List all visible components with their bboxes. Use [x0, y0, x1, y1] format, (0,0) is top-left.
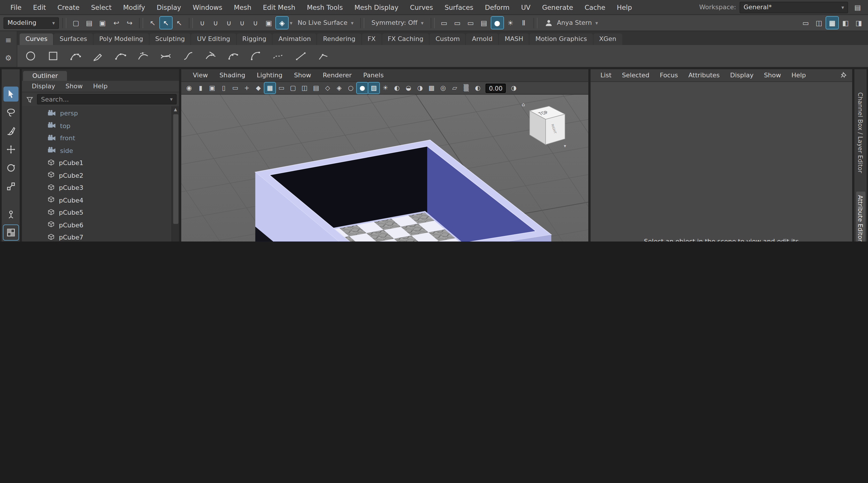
bookmark-icon[interactable]: ▯: [218, 83, 229, 94]
menu-item[interactable]: Edit Mesh: [257, 3, 301, 11]
separator[interactable]: [361, 18, 365, 28]
ao-icon[interactable]: ◒: [403, 83, 414, 94]
attribute-editor-menu-item[interactable]: Focus: [655, 71, 683, 79]
outliner-item-pCube7[interactable]: pCube7: [22, 231, 172, 242]
shaded-icon[interactable]: ●: [357, 83, 368, 94]
menu-item[interactable]: Curves: [404, 3, 439, 11]
render-view-icon[interactable]: ▭: [438, 17, 450, 29]
snap-projected-center-icon[interactable]: ∪: [236, 17, 248, 29]
outliner-item-pCube4[interactable]: pCube4: [22, 194, 172, 206]
gate-mask-icon[interactable]: ◫: [299, 83, 310, 94]
separator[interactable]: [62, 18, 66, 28]
render-frame-icon[interactable]: ▭: [451, 17, 463, 29]
textured-icon[interactable]: ▨: [368, 83, 379, 94]
dotted-curve-tool-icon[interactable]: [271, 49, 286, 63]
straight-line-tool-icon[interactable]: [293, 49, 308, 63]
shelf-tab[interactable]: Custom: [430, 33, 466, 45]
outliner-item-pCube1[interactable]: pCube1: [22, 157, 172, 169]
multisample-icon[interactable]: ▩: [426, 83, 437, 94]
viewcube-menu-chevron-icon[interactable]: ▾: [564, 143, 566, 149]
pin-icon[interactable]: [840, 71, 847, 80]
open-scene-icon[interactable]: ▤: [83, 17, 95, 29]
scale-tool-button[interactable]: [3, 179, 18, 194]
safe-action-icon[interactable]: ◇: [322, 83, 333, 94]
camera-select-icon[interactable]: ◉: [184, 83, 194, 94]
outliner-item-persp[interactable]: persp: [22, 107, 172, 120]
shelf-tab[interactable]: FX: [362, 33, 381, 45]
pencil-sketch-tool-icon[interactable]: [158, 49, 173, 63]
shelf-tab[interactable]: Poly Modeling: [94, 33, 149, 45]
two-point-arc-tool-icon[interactable]: [248, 49, 263, 63]
outliner-title-tab[interactable]: Outliner: [23, 71, 67, 81]
snap-curve-icon[interactable]: ∪: [210, 17, 222, 29]
move-tool-button[interactable]: [3, 142, 18, 157]
side-panel-tab[interactable]: Attribute Editor: [856, 192, 865, 242]
three-point-arc-tool-icon[interactable]: [226, 49, 241, 63]
motion-blur-icon[interactable]: ◑: [414, 83, 426, 94]
lasso-tool-button[interactable]: [3, 105, 18, 120]
menu-item[interactable]: Cache: [579, 3, 611, 11]
menu-item[interactable]: Mesh: [228, 3, 257, 11]
outliner-item-top[interactable]: top: [22, 120, 172, 132]
shelf-tab[interactable]: Curves: [20, 33, 53, 45]
menu-item[interactable]: Edit: [27, 3, 52, 11]
shelf-tab[interactable]: Sculpting: [150, 33, 191, 45]
attribute-editor-menu-item[interactable]: List: [595, 71, 617, 79]
film-gate-icon[interactable]: ▭: [276, 83, 287, 94]
user-account-menu[interactable]: Anya Stern ▾: [541, 18, 601, 27]
attribute-editor-menu-item[interactable]: Help: [786, 71, 811, 79]
outliner-item-side[interactable]: side: [22, 144, 172, 157]
exposure-field[interactable]: 0.00: [486, 84, 506, 93]
lights-icon[interactable]: ☀: [380, 83, 391, 94]
shadows-icon[interactable]: ◐: [392, 83, 402, 94]
select-component-icon[interactable]: ↖: [173, 17, 185, 29]
outliner-search-input[interactable]: Search... ▾: [37, 94, 177, 104]
outliner-item-pCube6[interactable]: pCube6: [22, 219, 172, 231]
layout-four-pane-icon[interactable]: ▦: [826, 17, 838, 29]
image-plane-icon[interactable]: ▭: [230, 83, 241, 94]
attribute-editor-menu-item[interactable]: Display: [725, 71, 758, 79]
ipr-render-icon[interactable]: ▭: [464, 17, 476, 29]
menu-item[interactable]: Deform: [479, 3, 516, 11]
menu-set-combo[interactable]: Modeling ▾: [3, 17, 59, 29]
shelf-menu-icon[interactable]: ≡: [5, 36, 11, 44]
wireframe-icon[interactable]: ○: [345, 83, 356, 94]
make-live-icon[interactable]: ◈: [276, 17, 288, 29]
view-cube[interactable]: ⌂ TOP RIGHT ▾: [522, 101, 566, 149]
outliner-item-front[interactable]: front: [22, 132, 172, 144]
side-panel-tab[interactable]: Channel Box / Layer Editor: [856, 89, 865, 176]
chevron-down-icon[interactable]: ▾: [290, 20, 292, 26]
xray-icon[interactable]: ▒: [461, 83, 472, 94]
symmetry-combo[interactable]: Symmetry: Off ▾: [368, 19, 427, 27]
pencil-curve-tool-icon[interactable]: [91, 49, 106, 63]
pause-viewport-icon[interactable]: Ⅱ: [518, 17, 530, 29]
workspace-save-icon[interactable]: ▤: [851, 1, 864, 13]
separator[interactable]: [430, 18, 434, 28]
snap-point-icon[interactable]: ∪: [223, 17, 235, 29]
menu-item[interactable]: Modify: [117, 3, 151, 11]
home-icon[interactable]: ⌂: [522, 101, 525, 107]
shelf-gear-icon[interactable]: ⚙: [5, 54, 11, 62]
ep-curve-tool-icon[interactable]: [113, 49, 128, 63]
resolution-gate-icon[interactable]: ▢: [287, 83, 299, 94]
camera-attributes-icon[interactable]: ▣: [207, 83, 218, 94]
snap-grid-icon[interactable]: ∪: [196, 17, 209, 29]
viewport-menu-item[interactable]: Shading: [214, 71, 251, 79]
curve-smooth-tool-icon[interactable]: [181, 49, 196, 63]
shelf-tab[interactable]: Rigging: [237, 33, 272, 45]
scroll-up-icon[interactable]: ▲: [174, 106, 177, 113]
square-tool-icon[interactable]: [45, 49, 61, 63]
cv-curve-tool-icon[interactable]: [68, 49, 83, 63]
shelf-tab[interactable]: Motion Graphics: [530, 33, 593, 45]
grid-icon[interactable]: ▦: [265, 83, 275, 94]
bezier-curve-tool-icon[interactable]: [136, 49, 151, 63]
layout-single-pane-icon[interactable]: ▭: [800, 17, 812, 29]
outliner-menu-item[interactable]: Display: [27, 83, 60, 90]
dof-icon[interactable]: ◎: [438, 83, 448, 94]
last-tool-button[interactable]: [3, 206, 18, 222]
construction-history-icon[interactable]: ▣: [263, 17, 275, 29]
light-editor-icon[interactable]: ☀: [504, 17, 517, 29]
new-scene-icon[interactable]: ▢: [70, 17, 82, 29]
menu-item[interactable]: Select: [86, 3, 118, 11]
viewport-menu-item[interactable]: Renderer: [317, 71, 358, 79]
